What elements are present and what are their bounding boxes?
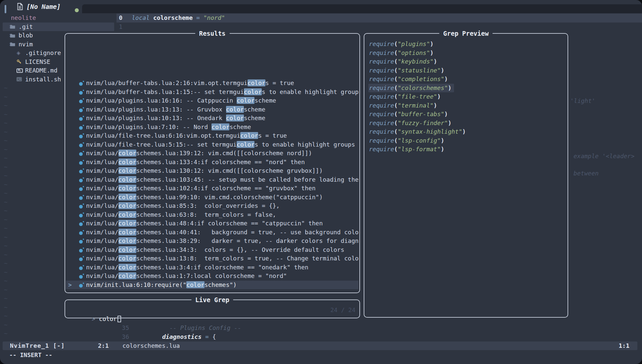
key-icon bbox=[17, 59, 25, 65]
operator-token: = bbox=[205, 333, 209, 341]
result-row[interactable]: nvim/lua/colorschemes.lua:38:29: darker … bbox=[66, 237, 358, 246]
preview-line: require("buffer-tabs") bbox=[365, 110, 567, 119]
result-row[interactable]: nvim/lua/colorschemes.lua:3:4:if colorsc… bbox=[66, 263, 358, 272]
chevron-right-icon: > bbox=[3, 40, 10, 49]
result-row[interactable]: nvim/lua/colorschemes.lua:102:4:if color… bbox=[66, 184, 358, 193]
result-row[interactable]: nvim/lua/colorschemes.lua:130:12: vim.cm… bbox=[66, 166, 358, 175]
paren-token: ( bbox=[394, 119, 398, 126]
paren-token: ) bbox=[441, 137, 444, 144]
paren-token: ) bbox=[444, 75, 448, 82]
string-token: "options" bbox=[398, 49, 430, 56]
empty-line-tilde: ~ bbox=[4, 329, 8, 338]
operator-token: = bbox=[196, 14, 200, 23]
result-row[interactable]: nvim/lua/buffer-tabs.lua:1:15:-- set ter… bbox=[66, 88, 358, 97]
code-line: diagnostics={ bbox=[162, 333, 216, 341]
line-number: 1 bbox=[115, 23, 122, 31]
result-row[interactable]: >nvim/init.lua:6:10:require("colorscheme… bbox=[66, 281, 358, 290]
tree-item-label: nvim bbox=[19, 40, 33, 49]
result-text: nvim/lua/colorschemes.lua:99:10: vim.cmd… bbox=[86, 193, 323, 202]
string-token: "syntax-highlight" bbox=[398, 128, 462, 135]
tree-item-.git[interactable]: >.git bbox=[3, 23, 114, 31]
empty-line-tilde: ~ bbox=[4, 110, 8, 119]
result-row[interactable]: nvim/lua/colorschemes.lua:1:7:local colo… bbox=[66, 272, 358, 281]
match-highlight: color bbox=[226, 114, 244, 121]
tree-root-label[interactable]: neolite bbox=[0, 14, 116, 23]
result-row[interactable]: nvim/lua/colorschemes.lua:40:41: backgro… bbox=[66, 228, 358, 237]
lua-file-icon bbox=[79, 133, 84, 138]
result-row[interactable]: nvim/lua/colorschemes.lua:99:10: vim.cmd… bbox=[66, 193, 358, 202]
result-row[interactable]: nvim/lua/colorschemes.lua:85:3: color_ov… bbox=[66, 202, 358, 210]
buffer-tab[interactable]: [No Name] bbox=[26, 0, 61, 13]
result-row[interactable]: nvim/lua/file-tree.lua:6:16:vim.opt.term… bbox=[66, 131, 358, 140]
lua-file-icon bbox=[79, 283, 84, 288]
match-highlight: color bbox=[244, 88, 262, 95]
string-token: "fuzzy-finder" bbox=[398, 119, 448, 126]
comment-token: -- Plugins Config -- bbox=[169, 324, 241, 333]
keyword-token: require bbox=[369, 49, 394, 56]
paren-token: ) bbox=[448, 119, 451, 126]
match-highlight: color bbox=[118, 229, 136, 236]
empty-line-tilde: ~ bbox=[4, 224, 8, 233]
result-row[interactable]: nvim/lua/plugins.lua:16:16: -- Catppucci… bbox=[66, 96, 358, 105]
lua-file-icon bbox=[79, 142, 84, 147]
match-highlight: color bbox=[118, 194, 136, 201]
tree-item-label: blob bbox=[19, 31, 33, 40]
result-row[interactable]: nvim/lua/colorschemes.lua:48:4:if colors… bbox=[66, 219, 358, 228]
result-row[interactable]: nvim/lua/colorschemes.lua:133:4:if color… bbox=[66, 158, 358, 167]
tree-item-label: .git bbox=[19, 23, 33, 31]
background-text-fragment: example '<leader> bbox=[573, 152, 634, 161]
paren-token: ) bbox=[430, 40, 434, 47]
match-highlight: color bbox=[118, 202, 136, 209]
result-row[interactable]: nvim/lua/colorschemes.lua:34:3: colors =… bbox=[66, 246, 358, 254]
empty-line-tilde: ~ bbox=[4, 215, 8, 224]
empty-line-tilde: ~ bbox=[4, 321, 8, 330]
result-row[interactable]: nvim/lua/colorschemes.lua:13:8: term_col… bbox=[66, 254, 358, 263]
lua-file-icon bbox=[79, 81, 84, 86]
empty-line-tilde: ~ bbox=[4, 250, 8, 259]
statusline-cursor-position: 2:1 bbox=[98, 341, 109, 350]
result-text: nvim/lua/colorschemes.lua:40:41: backgro… bbox=[86, 228, 358, 237]
result-text: nvim/lua/colorschemes.lua:1:7:local colo… bbox=[86, 272, 287, 281]
empty-line-tilde: ~ bbox=[4, 101, 8, 110]
lua-file-icon bbox=[79, 116, 84, 121]
result-text: nvim/lua/colorschemes.lua:34:3: colors =… bbox=[86, 246, 344, 254]
result-row[interactable]: nvim/lua/plugins.lua:13:13: -- Gruvbox c… bbox=[66, 105, 358, 114]
empty-line-tilde: ~ bbox=[4, 171, 8, 180]
chevron-right-icon: > bbox=[3, 31, 10, 40]
paren-token: ( bbox=[394, 58, 398, 65]
keyword-token: require bbox=[369, 84, 394, 91]
background-text-fragment: 'light' bbox=[570, 97, 595, 106]
result-row[interactable]: nvim/lua/colorschemes.lua:103:45: -- set… bbox=[66, 175, 358, 184]
result-row[interactable]: nvim/lua/colorschemes.lua:139:12: vim.cm… bbox=[66, 149, 358, 158]
result-counter: 24 / 24 bbox=[330, 306, 355, 315]
paren-token: ) bbox=[448, 84, 451, 91]
result-row[interactable]: nvim/lua/colorschemes.lua:63:8: term_col… bbox=[66, 210, 358, 219]
result-text: nvim/lua/file-tree.lua:5:15:-- set termg… bbox=[86, 140, 355, 149]
string-token: "colorschemes" bbox=[398, 84, 448, 91]
preview-line: require("fuzzy-finder") bbox=[365, 119, 567, 128]
paren-token: ( bbox=[394, 111, 398, 117]
empty-line-tilde: ~ bbox=[4, 233, 8, 242]
line-number: 36 bbox=[122, 333, 129, 341]
result-text: nvim/lua/colorschemes.lua:63:8: term_col… bbox=[86, 210, 276, 219]
result-text: nvim/lua/colorschemes.lua:102:4:if color… bbox=[86, 184, 316, 193]
match-highlight: color bbox=[186, 281, 204, 288]
search-input[interactable]: >color bbox=[65, 306, 359, 315]
lua-file-icon bbox=[79, 204, 84, 208]
paren-token: ( bbox=[394, 93, 398, 100]
result-row[interactable]: nvim/lua/file-tree.lua:5:15:-- set termg… bbox=[66, 140, 358, 149]
preview-line: require("keybinds") bbox=[365, 57, 567, 66]
result-row[interactable]: nvim/lua/buffer-tabs.lua:2:16:vim.opt.te… bbox=[66, 79, 358, 88]
paren-token: ( bbox=[394, 146, 398, 153]
empty-line-tilde: ~ bbox=[4, 259, 8, 268]
grep-preview-panel: Grep Preview require("plugins")require("… bbox=[364, 33, 568, 318]
empty-line-tilde: ~ bbox=[4, 268, 8, 277]
lua-file-icon bbox=[79, 239, 84, 244]
empty-line-tilde: ~ bbox=[4, 294, 8, 303]
lua-file-icon bbox=[79, 168, 84, 173]
git-icon: ◈ bbox=[17, 49, 25, 58]
paren-token: ( bbox=[394, 75, 398, 82]
result-row[interactable]: nvim/lua/plugins.lua:10:13: -- Onedark c… bbox=[66, 114, 358, 123]
result-row[interactable]: nvim/lua/plugins.lua:7:10: -- Nord color… bbox=[66, 123, 358, 132]
results-title: Results bbox=[195, 29, 229, 38]
